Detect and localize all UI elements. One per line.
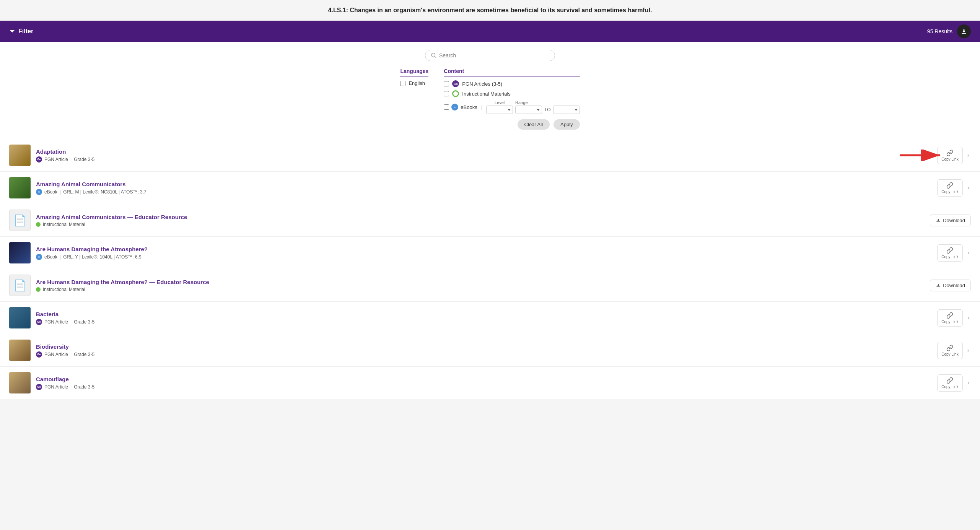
- svg-rect-5: [937, 221, 940, 222]
- result-type: Instructional Material: [43, 222, 85, 227]
- pgn-meta-icon: Go: [36, 351, 42, 358]
- expand-button[interactable]: ›: [966, 378, 971, 388]
- result-info: Amazing Animal Communicators e eBook | G…: [36, 181, 937, 195]
- copy-link-label: Copy Link: [941, 190, 958, 194]
- copy-link-label: Copy Link: [941, 320, 958, 324]
- range-label: Range: [515, 100, 580, 105]
- link-icon: [946, 150, 953, 156]
- result-title[interactable]: Camouflage: [36, 376, 937, 382]
- result-actions: Download: [930, 215, 971, 226]
- ebooks-checkbox[interactable]: [444, 104, 449, 110]
- table-row: Biodiversity Go PGN Article | Grade 3-5 …: [0, 334, 980, 367]
- pgn-icon: Go: [452, 80, 459, 87]
- pgn-meta-icon: Go: [36, 156, 42, 163]
- range-to-select[interactable]: [553, 106, 580, 114]
- results-count: 95 Results: [927, 28, 952, 34]
- svg-line-2: [435, 57, 436, 58]
- result-title[interactable]: Are Humans Damaging the Atmosphere?: [36, 246, 937, 252]
- copy-link-button[interactable]: Copy Link: [937, 244, 962, 262]
- level-select[interactable]: [486, 106, 513, 114]
- download-button[interactable]: Download: [930, 280, 971, 291]
- english-option: English: [400, 80, 428, 86]
- result-info: Biodiversity Go PGN Article | Grade 3-5: [36, 343, 937, 358]
- result-title[interactable]: Are Humans Damaging the Atmosphere? — Ed…: [36, 279, 930, 285]
- copy-link-button[interactable]: Copy Link: [937, 309, 962, 327]
- clear-all-button[interactable]: Clear All: [518, 119, 550, 130]
- languages-section: Languages English: [400, 68, 428, 130]
- expand-button[interactable]: ›: [966, 248, 971, 258]
- result-info: Are Humans Damaging the Atmosphere? — Ed…: [36, 279, 930, 292]
- chevron-down-icon: [9, 28, 15, 34]
- result-meta-row: Go PGN Article | Grade 3-5: [36, 384, 937, 390]
- instructional-checkbox[interactable]: [444, 91, 449, 96]
- result-type: PGN Article: [44, 157, 68, 162]
- download-circle-button[interactable]: [957, 24, 971, 38]
- ebook-meta-icon: e: [36, 254, 42, 260]
- result-actions: Copy Link ›: [937, 374, 971, 392]
- copy-link-label: Copy Link: [941, 385, 958, 389]
- page-title: 4.LS.1: Changes in an organism's environ…: [0, 0, 980, 21]
- svg-rect-6: [937, 286, 940, 287]
- copy-link-button[interactable]: Copy Link: [937, 147, 962, 164]
- ebooks-icon: e: [451, 104, 458, 111]
- content-section: Content Go PGN Articles (3-5) Instructio…: [444, 68, 580, 130]
- filter-toggle[interactable]: Filter: [9, 28, 33, 35]
- result-meta-row: Instructional Material: [36, 287, 930, 292]
- results-list: Adaptation Go PGN Article | Grade 3-5: [0, 139, 980, 399]
- result-thumbnail: 📄: [9, 210, 31, 231]
- ebooks-label: eBooks: [461, 104, 477, 110]
- result-type: PGN Article: [44, 319, 68, 325]
- table-row: Bacteria Go PGN Article | Grade 3-5 Copy…: [0, 302, 980, 334]
- result-meta-row: e eBook | GRL: M | Lexile®: NC810L | ATO…: [36, 189, 937, 195]
- result-grade: Grade 3-5: [74, 384, 94, 390]
- table-row: Camouflage Go PGN Article | Grade 3-5 Co…: [0, 367, 980, 399]
- copy-link-button[interactable]: Copy Link: [937, 179, 962, 197]
- result-info: Are Humans Damaging the Atmosphere? e eB…: [36, 246, 937, 260]
- result-title[interactable]: Bacteria: [36, 311, 937, 317]
- result-thumbnail: [9, 372, 31, 393]
- to-label: TO: [544, 107, 550, 112]
- result-actions: Copy Link ›: [937, 179, 971, 197]
- table-row: 📄 Amazing Animal Communicators — Educato…: [0, 204, 980, 237]
- result-title[interactable]: Amazing Animal Communicators — Educator …: [36, 214, 930, 220]
- result-type: eBook: [44, 189, 57, 195]
- pgn-articles-option: Go PGN Articles (3-5): [444, 80, 580, 87]
- result-meta: GRL: M | Lexile®: NC810L | ATOS™: 3.7: [63, 189, 147, 195]
- result-thumbnail: 📄: [9, 275, 31, 296]
- result-type: Instructional Material: [43, 287, 85, 292]
- filter-panel: Languages English Content Go PGN Article…: [0, 42, 980, 139]
- download-button[interactable]: Download: [930, 215, 971, 226]
- result-actions: Copy Link ›: [937, 342, 971, 359]
- result-meta-row: Go PGN Article | Grade 3-5: [36, 156, 937, 163]
- result-info: Amazing Animal Communicators — Educator …: [36, 214, 930, 227]
- link-icon: [946, 182, 953, 189]
- svg-point-1: [431, 53, 435, 57]
- expand-button[interactable]: ›: [966, 313, 971, 323]
- filter-actions: Clear All Apply: [444, 119, 580, 130]
- english-checkbox[interactable]: [400, 81, 405, 86]
- filter-results: 95 Results: [927, 24, 971, 38]
- copy-link-label: Copy Link: [941, 157, 958, 161]
- filter-bar: Filter 95 Results: [0, 21, 980, 42]
- copy-link-button[interactable]: Copy Link: [937, 374, 962, 392]
- apply-button[interactable]: Apply: [553, 119, 580, 130]
- download-action-icon: [936, 218, 941, 223]
- result-thumbnail: [9, 145, 31, 166]
- range-from-select[interactable]: [515, 106, 542, 114]
- pgn-articles-checkbox[interactable]: [444, 81, 449, 86]
- result-meta-row: e eBook | GRL: Y | Lexile®: 1040L | ATOS…: [36, 254, 937, 260]
- expand-button[interactable]: ›: [966, 183, 971, 193]
- expand-button[interactable]: ›: [966, 345, 971, 355]
- result-thumbnail: [9, 340, 31, 361]
- result-title[interactable]: Amazing Animal Communicators: [36, 181, 937, 187]
- result-title[interactable]: Adaptation: [36, 148, 937, 155]
- result-type: eBook: [44, 254, 57, 260]
- result-meta-row: Go PGN Article | Grade 3-5: [36, 351, 937, 358]
- expand-button[interactable]: ›: [966, 150, 971, 160]
- result-title[interactable]: Biodiversity: [36, 343, 937, 350]
- languages-title: Languages: [400, 68, 428, 76]
- copy-link-button[interactable]: Copy Link: [937, 342, 962, 359]
- download-icon: [960, 28, 967, 35]
- search-input[interactable]: [439, 52, 549, 59]
- copy-link-label: Copy Link: [941, 255, 958, 259]
